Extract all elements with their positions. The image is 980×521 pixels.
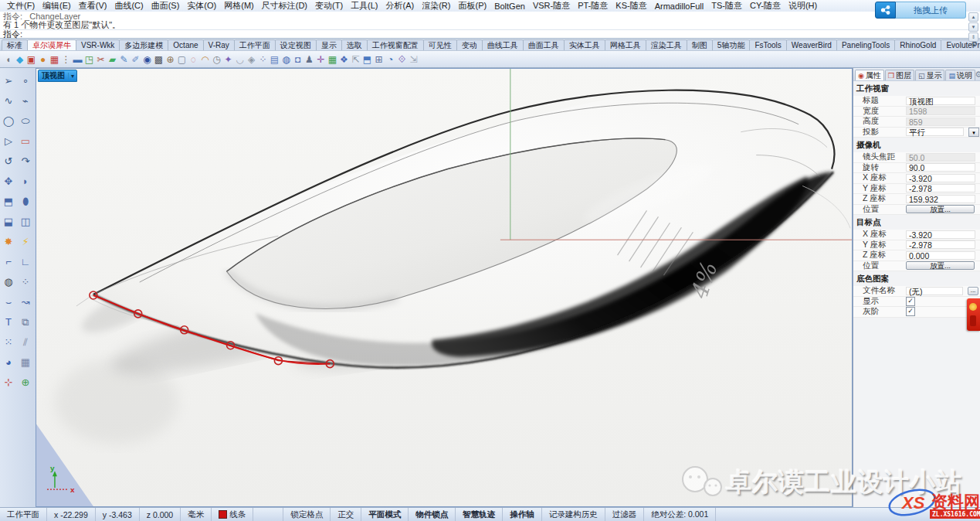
toolbar-icon[interactable]: ◖ bbox=[2, 53, 14, 66]
toolbar-icon[interactable]: ⋮ bbox=[60, 53, 72, 66]
grayscale-checkbox[interactable]: ✓ bbox=[906, 307, 915, 316]
toolbar-tab[interactable]: VSR-Wkk bbox=[76, 39, 120, 50]
toolbar-icon[interactable]: ◳ bbox=[83, 53, 95, 66]
toolbar-tab[interactable]: PanelingTools bbox=[836, 39, 895, 50]
projection-select[interactable]: 平行 bbox=[906, 128, 964, 136]
toolbar-tab[interactable]: 渲染工具 bbox=[646, 39, 687, 50]
toolbar-icon[interactable]: ▦ bbox=[49, 53, 60, 66]
toolbar-tab[interactable]: 显示 bbox=[316, 39, 342, 50]
cplane-menu[interactable]: 工作平面 bbox=[0, 508, 47, 521]
toolbar-icon[interactable]: ⇱ bbox=[350, 53, 361, 66]
sidebar-tool-icon[interactable]: ⫽ bbox=[17, 332, 34, 352]
menu-item[interactable]: 网格(M) bbox=[220, 0, 258, 12]
toolbar-icon[interactable]: ✐ bbox=[130, 53, 141, 66]
toolbar-icon[interactable]: ◡ bbox=[234, 53, 246, 66]
toolbar-tab[interactable]: 选取 bbox=[341, 39, 368, 50]
toolbar-tab[interactable]: 变动 bbox=[456, 39, 483, 50]
menu-item[interactable]: TS-随意 bbox=[707, 0, 746, 12]
toolbar-icon[interactable]: ◍ bbox=[280, 53, 292, 66]
sidebar-tool-icon[interactable]: ∟ bbox=[17, 252, 34, 272]
toolbar-icon[interactable]: ▦ bbox=[327, 53, 338, 66]
panel-tab[interactable]: ◉ 属性 bbox=[855, 70, 884, 80]
target-z-field[interactable]: 0.000 bbox=[906, 251, 975, 260]
sidebar-tool-icon[interactable]: ⬭ bbox=[17, 111, 34, 131]
menu-item[interactable]: 曲线(C) bbox=[110, 0, 147, 12]
layer-menu[interactable]: 线条 bbox=[212, 508, 253, 521]
sidebar-tool-icon[interactable]: ▷ bbox=[0, 131, 17, 152]
camera-y-field[interactable]: -2.978 bbox=[906, 184, 975, 192]
toolbar-icon[interactable]: ▰ bbox=[107, 53, 118, 66]
toolbar-icon[interactable]: ✛ bbox=[315, 53, 327, 66]
panel-tab[interactable]: ❒ 图层 bbox=[885, 70, 914, 80]
menu-item[interactable]: 曲面(S) bbox=[148, 0, 184, 12]
toolbar-icon[interactable]: ▩ bbox=[153, 53, 164, 66]
target-x-field[interactable]: -3.920 bbox=[906, 230, 975, 239]
toolbar-icon[interactable]: ● bbox=[37, 53, 49, 66]
sidebar-tool-icon[interactable]: ↝ bbox=[17, 292, 34, 312]
toolbar-tab[interactable]: 工作平面 bbox=[234, 39, 276, 50]
toolbar-icon[interactable]: ⇲ bbox=[408, 53, 419, 66]
sidebar-tool-icon[interactable]: ⊕ bbox=[17, 373, 34, 393]
toolbar-tab[interactable]: 曲线工具 bbox=[482, 39, 524, 50]
menu-item[interactable]: 变动(T) bbox=[311, 0, 347, 12]
menu-item[interactable]: 说明(H) bbox=[785, 0, 821, 12]
toolbar-icon[interactable]: ✎ bbox=[118, 53, 130, 66]
toolbar-icon[interactable]: ♟ bbox=[303, 53, 315, 66]
sidebar-tool-icon[interactable]: ◯ bbox=[0, 111, 17, 131]
viewport[interactable]: 4% y x 顶视图 ▾ bbox=[36, 68, 853, 507]
ortho-toggle[interactable]: 正交 bbox=[331, 508, 361, 521]
scroll-down-icon[interactable]: ▼ bbox=[968, 22, 978, 32]
menu-item[interactable]: PT-随意 bbox=[574, 0, 612, 12]
menu-item[interactable]: 分析(A) bbox=[382, 0, 419, 12]
panel-tab[interactable]: ▤ 说明 bbox=[945, 70, 975, 80]
sidebar-tool-icon[interactable]: ⁘ bbox=[17, 272, 34, 292]
camera-place-button[interactable]: 放置... bbox=[906, 205, 975, 213]
menu-item[interactable]: 尺寸标注(D) bbox=[258, 0, 311, 12]
toolbar-icon[interactable]: ✂ bbox=[95, 53, 107, 66]
camera-x-field[interactable]: -3.920 bbox=[906, 174, 975, 182]
toolbar-icon[interactable]: ⟐ bbox=[396, 53, 408, 66]
sidebar-tool-icon[interactable]: ∘ bbox=[17, 71, 34, 91]
toolbar-tab[interactable]: V-Ray bbox=[203, 39, 235, 50]
toolbar-icon[interactable]: ◷ bbox=[211, 53, 222, 66]
filter-toggle[interactable]: 过滤器 bbox=[605, 508, 645, 521]
sidebar-tool-icon[interactable]: ⌐ bbox=[0, 252, 17, 272]
toolbar-tab[interactable]: 多边形建模 bbox=[119, 39, 168, 50]
toolbar-icon[interactable]: ⁘ bbox=[257, 53, 269, 66]
menu-item[interactable]: 工具(L) bbox=[347, 0, 381, 12]
upload-widget[interactable]: 拖拽上传 bbox=[875, 2, 966, 19]
toolbar-icon[interactable]: ▣ bbox=[25, 53, 37, 66]
menu-item[interactable]: ArmadilloFull bbox=[651, 2, 708, 11]
sidebar-tool-icon[interactable]: ⁙ bbox=[0, 332, 17, 352]
toolbar-tab[interactable]: 卓尔谟犀牛 bbox=[27, 39, 76, 50]
toolbar-icon[interactable]: ▬ bbox=[72, 53, 83, 66]
scroll-up-icon[interactable]: ▲ bbox=[968, 12, 978, 22]
sidebar-tool-icon[interactable]: ⬮ bbox=[17, 192, 34, 212]
menu-item[interactable]: KS-随意 bbox=[612, 0, 650, 12]
viewport-title-field[interactable]: 顶视图 bbox=[906, 97, 975, 105]
sidebar-tool-icon[interactable]: ✸ bbox=[0, 232, 17, 252]
toolbar-tab[interactable]: 标准 bbox=[2, 39, 28, 50]
viewport-title-tab[interactable]: 顶视图 ▾ bbox=[38, 70, 77, 82]
gumball-toggle[interactable]: 操作轴 bbox=[503, 508, 542, 521]
toolbar-tab[interactable]: 5轴功能 bbox=[712, 39, 751, 50]
tolerance-readout[interactable]: 绝对公差: 0.001 bbox=[644, 508, 716, 521]
sidebar-tool-icon[interactable]: ✥ bbox=[0, 172, 17, 192]
units-menu[interactable]: 毫米 bbox=[181, 508, 212, 521]
menu-item[interactable]: 查看(V) bbox=[75, 0, 111, 12]
toolbar-tab[interactable]: 实体工具 bbox=[564, 39, 605, 50]
toolbar-tab[interactable]: 可见性 bbox=[423, 39, 457, 50]
sidebar-tool-icon[interactable]: ∿ bbox=[0, 91, 17, 111]
command-scrollbar[interactable]: ▲ ▼ ⇕ bbox=[968, 12, 978, 42]
sidebar-tool-icon[interactable]: ⌁ bbox=[17, 91, 34, 111]
menu-item[interactable]: 文件(F) bbox=[3, 0, 39, 12]
target-y-field[interactable]: -2.978 bbox=[906, 240, 975, 249]
splitter-icon[interactable]: ⇕ bbox=[968, 32, 978, 42]
sidebar-tool-icon[interactable]: ◫ bbox=[17, 212, 34, 232]
toolbar-icon[interactable]: ◘ bbox=[292, 53, 303, 66]
planar-toggle[interactable]: 平面模式 bbox=[361, 508, 409, 521]
toolbar-tab[interactable]: WeaverBird bbox=[786, 39, 837, 50]
viewport-canvas[interactable]: 4% y x bbox=[36, 69, 852, 506]
menu-item[interactable]: 实体(O) bbox=[183, 0, 220, 12]
sidebar-tool-icon[interactable]: ▭ bbox=[17, 131, 34, 152]
